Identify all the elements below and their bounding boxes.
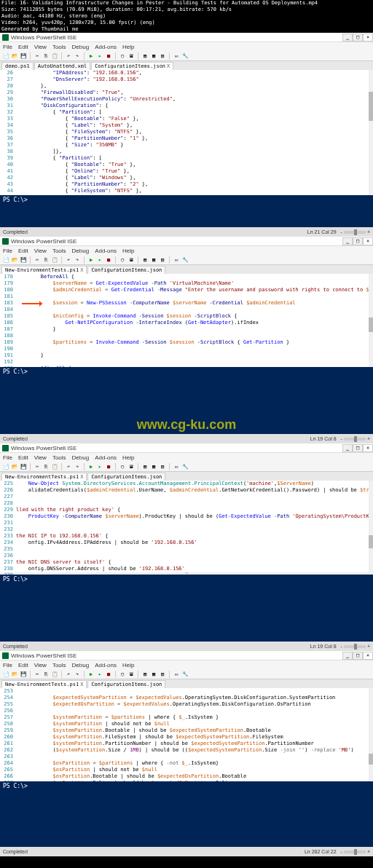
remote-icon[interactable]: 🖥	[127, 256, 135, 264]
stop-icon[interactable]: ■	[105, 671, 112, 678]
open-icon[interactable]: 📂	[11, 671, 18, 678]
run-icon[interactable]: ▶	[87, 52, 95, 60]
run-icon[interactable]: ▶	[87, 671, 95, 678]
open-icon[interactable]: 📂	[11, 52, 18, 60]
stop-icon[interactable]: ■	[105, 52, 112, 60]
scrollbar[interactable]	[369, 688, 373, 781]
zoom-slider[interactable]: -+	[341, 644, 370, 649]
stop-icon[interactable]: ■	[105, 256, 112, 264]
redo-icon[interactable]: ↷	[74, 671, 81, 678]
remote-icon[interactable]: 🖥	[127, 671, 135, 678]
cut-icon[interactable]: ✂	[34, 671, 41, 678]
editor-pane[interactable]: 253 254 $expectedSystemPartition = $expe…	[0, 688, 373, 781]
zoom-in-icon[interactable]: +	[367, 644, 370, 649]
menu-view[interactable]: View	[34, 44, 47, 50]
zoom-in-icon[interactable]: +	[367, 229, 370, 234]
tools-icon[interactable]: 🔧	[181, 671, 189, 678]
zoom-slider[interactable]: -+	[341, 436, 370, 441]
save-icon[interactable]: 💾	[20, 256, 27, 264]
scrollbar-thumb[interactable]	[369, 317, 373, 332]
paste-icon[interactable]: 📋	[51, 256, 58, 264]
maximize-button[interactable]: □	[353, 33, 363, 42]
layout-icon[interactable]: ▤	[141, 256, 149, 264]
layout-icon[interactable]: ▤	[141, 52, 149, 60]
layout2-icon[interactable]: ▦	[150, 256, 157, 264]
menu-view[interactable]: View	[34, 248, 47, 254]
menu-tools[interactable]: Tools	[52, 662, 66, 668]
zoom-in-icon[interactable]: +	[367, 436, 370, 441]
save-icon[interactable]: 💾	[20, 463, 27, 470]
menu-help[interactable]: Help	[122, 248, 134, 254]
new-icon[interactable]: 📄	[2, 256, 9, 264]
close-button[interactable]: ×	[363, 444, 373, 452]
layout3-icon[interactable]: ▥	[159, 463, 166, 470]
tab-tests[interactable]: New-EnvironmentTests.ps1 X	[1, 680, 87, 688]
menu-addons[interactable]: Add-ons	[95, 662, 117, 668]
zoom-out-icon[interactable]: -	[341, 436, 342, 441]
copy-icon[interactable]: ⎘	[42, 463, 50, 470]
paste-icon[interactable]: 📋	[51, 671, 58, 678]
console-pane[interactable]: PS C:\>	[0, 195, 373, 227]
tab-close-icon[interactable]: X	[80, 682, 83, 687]
tab-configitems[interactable]: ConfigurationItems.json	[87, 680, 165, 688]
maximize-button[interactable]: □	[353, 237, 363, 245]
redo-icon[interactable]: ↷	[74, 52, 81, 60]
editor-pane[interactable]: 225 New-Object System.DirectoryServices.…	[0, 481, 373, 572]
cmd-addon-icon[interactable]: ▭	[173, 671, 180, 678]
zoom-thumb[interactable]	[354, 849, 357, 855]
menu-debug[interactable]: Debug	[72, 44, 90, 50]
menu-edit[interactable]: Edit	[18, 662, 28, 668]
tab-demo[interactable]: demo.ps1	[1, 62, 34, 70]
break-icon[interactable]: ◯	[119, 463, 126, 470]
scrollbar[interactable]	[369, 70, 373, 195]
tab-close-icon[interactable]: X	[167, 63, 170, 69]
open-icon[interactable]: 📂	[11, 463, 18, 470]
tab-configitems[interactable]: ConfigurationItems.json X	[91, 62, 173, 70]
layout2-icon[interactable]: ▦	[150, 463, 157, 470]
new-icon[interactable]: 📄	[2, 463, 9, 470]
zoom-track[interactable]	[344, 231, 366, 234]
minimize-button[interactable]: ⎯	[342, 652, 353, 660]
tab-close-icon[interactable]: X	[80, 267, 83, 273]
paste-icon[interactable]: 📋	[51, 52, 58, 60]
redo-icon[interactable]: ↷	[74, 256, 81, 264]
zoom-slider[interactable]: -+	[341, 229, 370, 234]
scrollbar[interactable]	[369, 481, 373, 572]
scrollbar-thumb[interactable]	[369, 754, 373, 765]
tab-configitems[interactable]: ConfigurationItems.json	[87, 473, 165, 481]
copy-icon[interactable]: ⎘	[42, 256, 50, 264]
menu-file[interactable]: File	[3, 248, 12, 254]
undo-icon[interactable]: ↶	[65, 671, 72, 678]
cut-icon[interactable]: ✂	[34, 256, 41, 264]
break-icon[interactable]: ◯	[119, 52, 126, 60]
cmd-addon-icon[interactable]: ▭	[173, 52, 180, 60]
open-icon[interactable]: 📂	[11, 256, 18, 264]
remote-icon[interactable]: 🖥	[127, 52, 135, 60]
run-icon[interactable]: ▶	[87, 463, 95, 470]
zoom-in-icon[interactable]: +	[367, 849, 370, 854]
undo-icon[interactable]: ↶	[65, 463, 72, 470]
menu-view[interactable]: View	[34, 662, 47, 668]
editor-pane[interactable]: 178 BeforeAll { 179 $serverName = Get-Ex…	[0, 274, 373, 367]
scrollbar-thumb[interactable]	[369, 535, 373, 548]
close-button[interactable]: ×	[363, 237, 373, 245]
undo-icon[interactable]: ↶	[65, 256, 72, 264]
remote-icon[interactable]: 🖥	[127, 463, 135, 470]
zoom-out-icon[interactable]: -	[341, 849, 342, 854]
undo-icon[interactable]: ↶	[65, 52, 72, 60]
console-pane[interactable]: PS C:\>	[0, 781, 373, 847]
zoom-out-icon[interactable]: -	[341, 644, 342, 649]
menu-file[interactable]: File	[3, 662, 12, 668]
tools-icon[interactable]: 🔧	[181, 256, 189, 264]
zoom-thumb[interactable]	[354, 229, 357, 235]
run-selection-icon[interactable]: ▸	[96, 671, 103, 678]
save-icon[interactable]: 💾	[20, 671, 27, 678]
zoom-track[interactable]	[344, 851, 366, 853]
layout-icon[interactable]: ▤	[141, 463, 149, 470]
run-selection-icon[interactable]: ▸	[96, 52, 103, 60]
tab-configitems[interactable]: ConfigurationItems.json	[87, 266, 165, 274]
layout2-icon[interactable]: ▦	[150, 671, 157, 678]
minimize-button[interactable]: ⎯	[342, 33, 353, 42]
menu-view[interactable]: View	[34, 454, 47, 461]
menu-tools[interactable]: Tools	[52, 454, 66, 461]
